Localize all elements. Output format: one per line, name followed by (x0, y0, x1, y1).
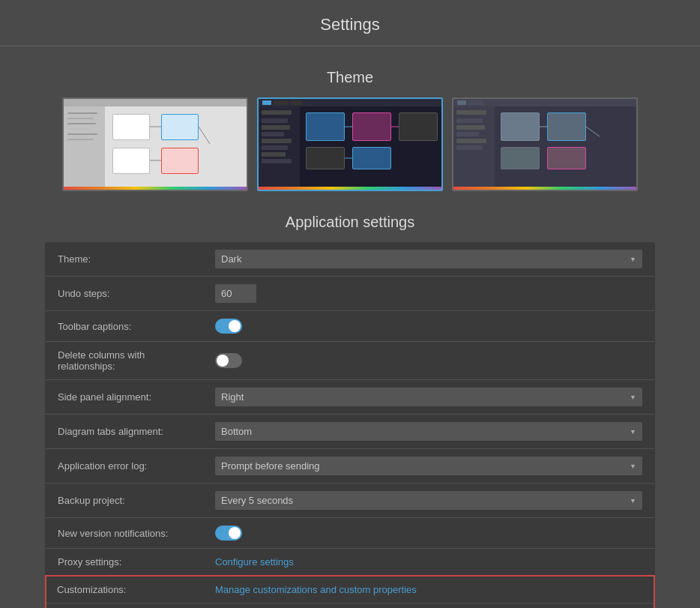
setting-label: Diagram tabs alignment: (46, 415, 203, 449)
page-title: Settings (0, 15, 700, 34)
side-panel-select[interactable]: Left Right (215, 388, 642, 406)
setting-value (203, 342, 654, 380)
setting-label: Customizations: (46, 576, 203, 604)
setting-value (203, 518, 654, 549)
setting-value: Manage customizations and custom propert… (203, 576, 654, 604)
app-settings-title: Application settings (45, 214, 655, 231)
theme-section-title: Theme (45, 69, 655, 86)
setting-label: Delete columns with relationships: (46, 342, 203, 380)
page-header: Settings (0, 0, 700, 46)
table-row: New version notifications: (46, 518, 654, 549)
setting-label: Toolbar captions: (46, 311, 203, 342)
setting-label: Application error log: (46, 449, 203, 484)
table-row: Side panel alignment: Left Right (46, 380, 654, 415)
settings-section: Application settings Theme: Light Dark G… (0, 214, 700, 608)
setting-label: New version notifications: (46, 518, 203, 549)
setting-value (203, 311, 654, 342)
theme-select-wrapper: Light Dark Gray (215, 250, 642, 268)
customizations-link[interactable]: Manage customizations and custom propert… (215, 584, 417, 595)
table-row: Undo steps: (46, 277, 654, 311)
proxy-settings-link[interactable]: Configure settings (215, 556, 294, 568)
error-log-select-wrapper: Never send Prompt before sending Always … (215, 457, 642, 475)
backup-project-select[interactable]: Never Every 5 seconds Every 30 seconds E… (215, 491, 642, 510)
error-log-select[interactable]: Never send Prompt before sending Always … (215, 457, 642, 475)
backup-project-select-wrapper: Never Every 5 seconds Every 30 seconds E… (215, 491, 642, 510)
setting-value: Never Every 5 seconds Every 30 seconds E… (203, 484, 654, 518)
setting-value: Never send Prompt before sending Always … (203, 449, 654, 484)
theme-select[interactable]: Light Dark Gray (215, 250, 642, 268)
setting-value: Light Dark Gray (203, 242, 654, 277)
table-row-templates: Templates: Manage templates for custom s… (46, 604, 654, 609)
table-row: Backup project: Never Every 5 seconds Ev… (46, 484, 654, 518)
setting-value: Configure settings (203, 549, 654, 577)
setting-label: Backup project: (46, 484, 203, 518)
table-row: Theme: Light Dark Gray (46, 242, 654, 277)
theme-thumbnail-dark[interactable] (257, 97, 443, 191)
theme-section: Theme (0, 46, 700, 199)
setting-label: Proxy settings: (46, 549, 203, 577)
new-version-toggle[interactable] (215, 526, 242, 541)
setting-label: Theme: (46, 242, 203, 277)
diagram-tabs-select[interactable]: Top Bottom (215, 422, 642, 441)
table-row: Diagram tabs alignment: Top Bottom (46, 415, 654, 449)
setting-label: Undo steps: (46, 277, 203, 311)
setting-value: Top Bottom (203, 415, 654, 449)
toolbar-captions-toggle[interactable] (215, 319, 242, 334)
page-wrapper: Settings Theme (0, 0, 700, 608)
diagram-tabs-select-wrapper: Top Bottom (215, 422, 642, 441)
setting-label: Side panel alignment: (46, 380, 203, 415)
table-row: Application error log: Never send Prompt… (46, 449, 654, 484)
setting-label: Templates: (46, 604, 203, 609)
delete-columns-toggle[interactable] (215, 353, 242, 368)
undo-steps-input[interactable] (215, 284, 256, 303)
table-row: Delete columns with relationships: (46, 342, 654, 380)
table-row: Toolbar captions: (46, 311, 654, 342)
settings-table: Theme: Light Dark Gray Undo steps: (45, 242, 655, 608)
table-row-customizations: Customizations: Manage customizations an… (46, 576, 654, 604)
setting-value (203, 277, 654, 311)
side-panel-select-wrapper: Left Right (215, 388, 642, 406)
svg-line-2 (199, 127, 210, 144)
setting-value: Manage templates for custom scripts (203, 604, 654, 609)
theme-thumbnail-light[interactable] (62, 97, 248, 191)
theme-thumbnail-gray[interactable] (452, 97, 638, 191)
theme-thumbnails (45, 97, 655, 191)
table-row: Proxy settings: Configure settings (46, 549, 654, 577)
svg-line-7 (586, 127, 600, 136)
setting-value: Left Right (203, 380, 654, 415)
